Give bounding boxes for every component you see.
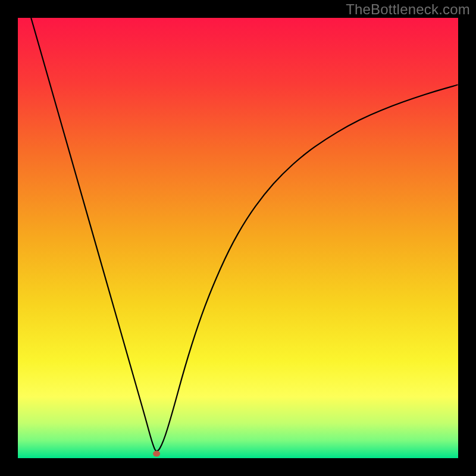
watermark-text: TheBottleneck.com (346, 1, 470, 18)
chart-background-gradient (18, 18, 458, 458)
chart-container: TheBottleneck.com (0, 0, 476, 476)
minimum-point-marker (153, 451, 160, 457)
bottleneck-chart (0, 0, 476, 476)
